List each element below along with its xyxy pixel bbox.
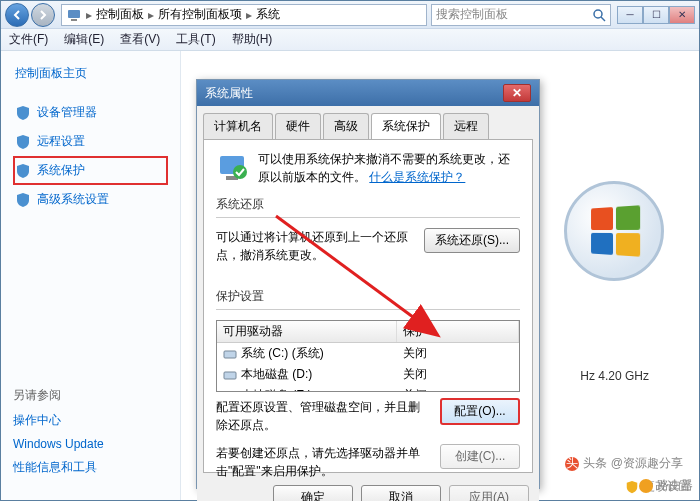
control-panel-window: ▸ 控制面板 ▸ 所有控制面板项 ▸ 系统 搜索控制面板 ─ ☐ ✕ 文件(F)… <box>0 0 700 501</box>
computer-icon <box>66 7 82 23</box>
sidebar-item-advanced[interactable]: 高级系统设置 <box>13 185 168 214</box>
protection-description: 可以使用系统保护来撤消不需要的系统更改，还原以前版本的文件。 什么是系统保护？ <box>258 150 520 186</box>
drives-table[interactable]: 可用驱动器 保护 系统 (C:) (系统) 关闭 本地磁盘 (D:) 关闭 本地… <box>216 320 520 392</box>
svg-rect-1 <box>71 19 77 21</box>
shield-icon <box>15 192 31 208</box>
breadcrumb[interactable]: ▸ 控制面板 ▸ 所有控制面板项 ▸ 系统 <box>61 4 427 26</box>
svg-point-6 <box>233 165 247 179</box>
shield-icon <box>625 480 639 494</box>
svg-rect-7 <box>224 351 236 358</box>
titlebar: ▸ 控制面板 ▸ 所有控制面板项 ▸ 系统 搜索控制面板 ─ ☐ ✕ <box>1 1 699 29</box>
shield-icon <box>15 163 31 179</box>
col-drive[interactable]: 可用驱动器 <box>217 321 397 342</box>
cancel-button[interactable]: 取消 <box>361 485 441 501</box>
col-protection[interactable]: 保护 <box>397 321 519 342</box>
sidebar-item-remote[interactable]: 远程设置 <box>13 127 168 156</box>
table-row[interactable]: 本地磁盘 (E:) 关闭 <box>217 385 519 392</box>
drive-icon <box>223 390 237 393</box>
restore-description: 可以通过将计算机还原到上一个还原点，撤消系统更改。 <box>216 228 414 264</box>
drive-icon <box>223 369 237 381</box>
what-is-protection-link[interactable]: 什么是系统保护？ <box>369 170 465 184</box>
drive-icon <box>223 348 237 360</box>
nav-back-button[interactable] <box>5 3 29 27</box>
menu-tools[interactable]: 工具(T) <box>176 31 215 48</box>
sidebar-home[interactable]: 控制面板主页 <box>13 59 168 88</box>
avatar-icon: 头 <box>565 457 579 471</box>
router-icon <box>638 478 654 494</box>
svg-line-3 <box>601 17 605 21</box>
menu-view[interactable]: 查看(V) <box>120 31 160 48</box>
search-input[interactable]: 搜索控制面板 <box>431 4 611 26</box>
configure-description: 配置还原设置、管理磁盘空间，并且删除还原点。 <box>216 398 430 434</box>
menu-help[interactable]: 帮助(H) <box>232 31 273 48</box>
system-restore-button[interactable]: 系统还原(S)... <box>424 228 520 253</box>
minimize-button[interactable]: ─ <box>617 6 643 24</box>
tab-advanced[interactable]: 高级 <box>323 113 369 140</box>
tab-computer-name[interactable]: 计算机名 <box>203 113 273 140</box>
sidebar-item-protection[interactable]: 系统保护 <box>13 156 168 185</box>
section-settings-title: 保护设置 <box>216 288 520 305</box>
brand-footer: 路由器 <box>638 477 693 494</box>
shield-icon <box>15 105 31 121</box>
menubar: 文件(F) 编辑(E) 查看(V) 工具(T) 帮助(H) <box>1 29 699 51</box>
create-description: 若要创建还原点，请先选择驱动器并单击"配置"来启用保护。 <box>216 444 430 480</box>
apply-button: 应用(A) <box>449 485 529 501</box>
table-row[interactable]: 本地磁盘 (D:) 关闭 <box>217 364 519 385</box>
search-placeholder: 搜索控制面板 <box>436 6 508 23</box>
shield-icon <box>15 134 31 150</box>
cpu-freq-text: Hz 4.20 GHz <box>580 369 649 383</box>
menu-file[interactable]: 文件(F) <box>9 31 48 48</box>
table-row[interactable]: 系统 (C:) (系统) 关闭 <box>217 343 519 364</box>
svg-rect-0 <box>68 10 80 18</box>
svg-rect-8 <box>224 372 236 379</box>
sidebar-seealso-label: 另请参阅 <box>13 383 168 408</box>
sidebar-link-windows-update[interactable]: Windows Update <box>13 433 168 455</box>
windows-logo <box>559 181 669 281</box>
sidebar-link-action-center[interactable]: 操作中心 <box>13 408 168 433</box>
svg-point-13 <box>639 479 653 493</box>
menu-edit[interactable]: 编辑(E) <box>64 31 104 48</box>
sidebar: 控制面板主页 设备管理器 远程设置 系统保护 高级系统设置 <box>1 51 181 500</box>
section-restore-title: 系统还原 <box>216 196 520 213</box>
tab-system-protection[interactable]: 系统保护 <box>371 113 441 140</box>
protection-icon <box>216 150 248 186</box>
breadcrumb-item[interactable]: 系统 <box>256 6 280 23</box>
tab-remote[interactable]: 远程 <box>443 113 489 140</box>
system-properties-dialog: 系统属性 ✕ 计算机名 硬件 高级 系统保护 远程 可以使用系统保护来撤消不需要… <box>196 79 540 489</box>
create-button: 创建(C)... <box>440 444 520 469</box>
breadcrumb-item[interactable]: 控制面板 <box>96 6 144 23</box>
sidebar-item-device-manager[interactable]: 设备管理器 <box>13 98 168 127</box>
ok-button[interactable]: 确定 <box>273 485 353 501</box>
maximize-button[interactable]: ☐ <box>643 6 669 24</box>
dialog-title-text: 系统属性 <box>205 85 253 102</box>
breadcrumb-item[interactable]: 所有控制面板项 <box>158 6 242 23</box>
sidebar-link-performance[interactable]: 性能信息和工具 <box>13 455 168 480</box>
dialog-tabs: 计算机名 硬件 高级 系统保护 远程 <box>197 106 539 139</box>
svg-text:头: 头 <box>566 457 578 470</box>
watermark: 头 头条 @资源趣分享 <box>559 453 689 474</box>
svg-point-2 <box>594 10 602 18</box>
nav-forward-button[interactable] <box>31 3 55 27</box>
close-button[interactable]: ✕ <box>669 6 695 24</box>
tab-body: 可以使用系统保护来撤消不需要的系统更改，还原以前版本的文件。 什么是系统保护？ … <box>203 139 533 473</box>
tab-hardware[interactable]: 硬件 <box>275 113 321 140</box>
dialog-close-button[interactable]: ✕ <box>503 84 531 102</box>
search-icon <box>592 8 606 22</box>
dialog-titlebar[interactable]: 系统属性 ✕ <box>197 80 539 106</box>
configure-button[interactable]: 配置(O)... <box>440 398 520 425</box>
